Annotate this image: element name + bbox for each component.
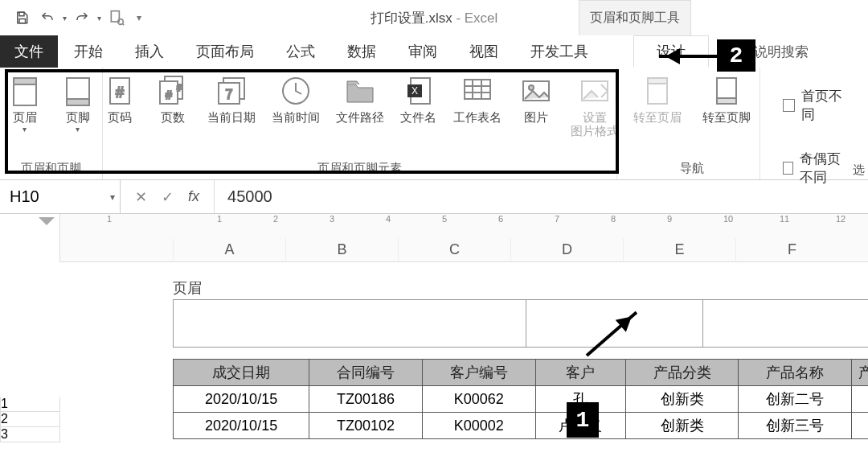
table-cell[interactable]: 2020/10/15 xyxy=(174,386,309,413)
header-button[interactable]: 页眉 ▾ xyxy=(2,71,48,134)
row-header-2[interactable]: 2 xyxy=(0,412,60,427)
goto-header-label: 转至页眉 xyxy=(633,111,682,125)
ribbon-group-navigation: 转至页眉 转至页脚 导航 xyxy=(624,68,760,179)
column-header-B[interactable]: B xyxy=(285,238,398,262)
ribbon-group-label: 导航 xyxy=(680,159,704,179)
column-header-F[interactable]: F xyxy=(735,238,848,262)
ruler-tick: 8 xyxy=(611,214,616,224)
svg-text:7: 7 xyxy=(225,88,232,101)
different-first-page-label: 首页不同 xyxy=(801,87,852,124)
table-cell[interactable]: 2020/10/15 xyxy=(174,413,309,439)
checkbox-icon xyxy=(783,162,793,175)
title-bar: ▾ ▾ ▾ 打印设置.xlsx - Excel 页眉和页脚工具 xyxy=(0,0,868,35)
page-count-button[interactable]: ## 页数 xyxy=(149,71,196,125)
tab-page-layout[interactable]: 页面布局 xyxy=(180,35,270,68)
current-date-label: 当前日期 xyxy=(207,111,256,125)
name-box[interactable]: H10 ▾ xyxy=(0,180,121,213)
tab-home[interactable]: 开始 xyxy=(58,35,119,68)
table-cell[interactable]: K00062 xyxy=(422,386,535,413)
table-cell[interactable]: 创新二号 xyxy=(739,386,852,413)
table-header-row: 成交日期 合同编号 客户编号 客户 产品分类 产品名称 产 xyxy=(174,360,869,386)
checkbox-icon xyxy=(783,99,795,112)
svg-text:#: # xyxy=(166,88,172,101)
current-time-button[interactable]: 当前时间 xyxy=(267,71,325,125)
footer-button[interactable]: 页脚 ▾ xyxy=(55,71,101,134)
column-headers: A B C D E F xyxy=(60,238,868,262)
table-cell[interactable] xyxy=(852,413,869,439)
ruler-tick: 1 xyxy=(107,214,112,224)
table-header[interactable]: 成交日期 xyxy=(174,360,309,386)
table-cell[interactable]: 创新类 xyxy=(625,386,739,413)
ruler-tick: 9 xyxy=(667,214,672,224)
clock-icon xyxy=(279,74,313,108)
table-header[interactable]: 客户 xyxy=(535,360,625,386)
table-cell[interactable] xyxy=(852,386,869,413)
ruler-tick: 1 xyxy=(217,214,222,224)
tab-file[interactable]: 文件 xyxy=(0,35,58,68)
row-gutter xyxy=(0,262,60,278)
redo-icon[interactable] xyxy=(72,7,92,28)
goto-header-icon xyxy=(641,74,674,108)
table-header[interactable]: 产品名称 xyxy=(739,360,852,386)
table-cell[interactable]: TZ00186 xyxy=(309,386,423,413)
tab-insert[interactable]: 插入 xyxy=(119,35,180,68)
window-title: 打印设置.xlsx - Excel xyxy=(371,9,498,27)
chevron-down-icon[interactable]: ▾ xyxy=(110,191,115,203)
picture-button[interactable]: 图片 xyxy=(513,71,559,125)
file-name-label: 文件名 xyxy=(400,111,436,125)
row-header-3[interactable]: 3 xyxy=(0,427,60,442)
tab-review[interactable]: 审阅 xyxy=(392,35,453,68)
page-layout-canvas[interactable]: 页眉 成交日期 合同编号 客户编号 客户 产品分类 产品名称 产 2020/10… xyxy=(60,262,868,278)
column-header-C[interactable]: C xyxy=(398,238,510,262)
app-name: Excel xyxy=(465,10,498,26)
sheet-name-button[interactable]: 工作表名 xyxy=(448,71,506,125)
enter-formula-icon[interactable]: ✓ xyxy=(162,188,174,206)
different-odd-even-checkbox[interactable]: 奇偶页不同 xyxy=(776,146,858,190)
goto-footer-button[interactable]: 转至页脚 xyxy=(695,71,758,125)
data-table: 成交日期 合同编号 客户编号 客户 产品分类 产品名称 产 2020/10/15… xyxy=(173,359,868,439)
different-first-page-checkbox[interactable]: 首页不同 xyxy=(776,84,858,127)
page-number-button[interactable]: # 页码 xyxy=(96,71,143,125)
insert-function-icon[interactable]: fx xyxy=(188,188,199,205)
current-date-button[interactable]: 7 当前日期 xyxy=(203,71,260,125)
header-center-cell[interactable] xyxy=(526,300,703,347)
contextual-tab-title: 页眉和页脚工具 xyxy=(579,0,691,35)
horizontal-ruler[interactable]: 1 1 2 3 4 5 6 7 8 9 10 11 12 A B C D E F xyxy=(60,214,868,262)
file-path-button[interactable]: 文件路径 xyxy=(331,71,389,125)
column-header-E[interactable]: E xyxy=(623,238,735,262)
row-header-1[interactable]: 1 xyxy=(0,397,60,412)
folder-icon xyxy=(343,74,377,108)
table-cell[interactable]: 创新三号 xyxy=(739,413,852,439)
tab-formulas[interactable]: 公式 xyxy=(270,35,331,68)
quick-access-toolbar: ▾ ▾ ▾ xyxy=(6,7,141,28)
file-name-button[interactable]: X 文件名 xyxy=(395,71,442,125)
column-header-A[interactable]: A xyxy=(173,238,285,262)
file-path-label: 文件路径 xyxy=(336,111,384,125)
svg-rect-7 xyxy=(67,99,89,105)
table-header[interactable]: 客户编号 xyxy=(422,360,535,386)
tab-view[interactable]: 视图 xyxy=(453,35,514,68)
table-header[interactable]: 合同编号 xyxy=(309,360,423,386)
table-cell[interactable]: K00002 xyxy=(422,413,535,439)
header-right-cell[interactable] xyxy=(703,300,868,347)
svg-rect-5 xyxy=(14,78,36,84)
table-header[interactable]: 产品分类 xyxy=(625,360,739,386)
column-header-D[interactable]: D xyxy=(510,238,623,262)
tab-developer[interactable]: 开发工具 xyxy=(514,35,604,68)
table-header[interactable]: 产 xyxy=(852,360,869,386)
tab-data[interactable]: 数据 xyxy=(331,35,392,68)
title-separator: - xyxy=(452,10,465,26)
print-preview-icon[interactable] xyxy=(106,7,127,28)
qat-customize-icon[interactable]: ▾ xyxy=(137,12,141,23)
table-cell[interactable]: TZ00102 xyxy=(309,413,423,439)
select-all-triangle[interactable] xyxy=(0,214,60,262)
cancel-formula-icon[interactable]: ✕ xyxy=(135,188,147,206)
undo-icon[interactable] xyxy=(37,7,58,28)
save-icon[interactable] xyxy=(11,7,32,28)
chevron-down-icon[interactable]: ▾ xyxy=(97,14,101,23)
chevron-down-icon[interactable]: ▾ xyxy=(63,14,67,23)
formula-input[interactable]: 45000 xyxy=(215,187,868,206)
header-button-label: 页眉 xyxy=(13,111,37,125)
table-cell[interactable]: 创新类 xyxy=(625,413,739,439)
header-left-cell[interactable] xyxy=(174,300,526,347)
